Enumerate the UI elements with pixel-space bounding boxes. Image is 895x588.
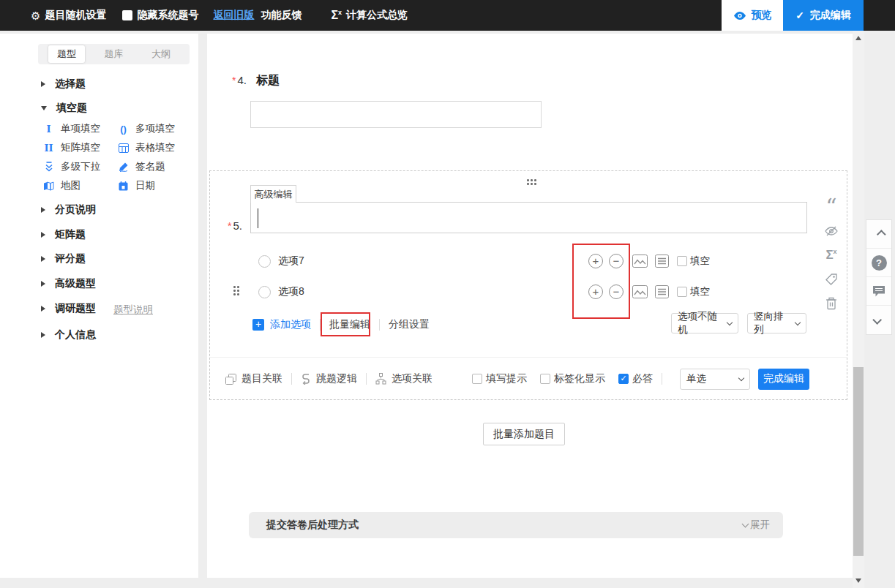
option-image-icon[interactable] (632, 255, 648, 268)
question-link-label: 题目关联 (241, 372, 282, 385)
hide-system-number-checkbox[interactable] (122, 10, 132, 20)
sigma-sup-glyph: x (338, 9, 342, 16)
hide-system-number-toggle[interactable]: 隐藏系统题号 (122, 9, 198, 22)
question-5-title-input[interactable] (250, 202, 807, 233)
question-4-answer-input[interactable] (250, 101, 542, 128)
trash-icon[interactable] (825, 295, 837, 312)
hide-question-icon[interactable] (824, 223, 839, 239)
jump-logic-button[interactable]: 跳题逻辑 (301, 372, 357, 385)
preview-button[interactable]: 预览 (722, 0, 783, 31)
question-link-button[interactable]: 题目关联 (225, 372, 282, 385)
section-choice-label: 选择题 (55, 78, 86, 91)
sidebar-section-advanced[interactable]: 高级题型 (41, 277, 96, 290)
option-link-icon (375, 373, 386, 385)
remove-option-inline-icon[interactable]: − (609, 284, 623, 299)
sidebar-section-choice[interactable]: 选择题 (41, 78, 86, 91)
sidebar-section-matrix[interactable]: 矩阵题 (41, 228, 86, 241)
sidebar-section-survey[interactable]: 调研题型 (41, 302, 96, 315)
sidebar-section-score[interactable]: 评分题 (41, 252, 86, 265)
finish-edit-button-top[interactable]: ✓ 完成编辑 (783, 0, 864, 31)
add-option-inline-icon[interactable]: + (588, 284, 603, 299)
back-to-old-version-link[interactable]: 返回旧版 (213, 9, 254, 22)
section-advanced-label: 高级题型 (55, 277, 96, 290)
fill-hint-toggle[interactable]: 填写提示 (472, 372, 527, 385)
sidebar-item-table-fill[interactable]: 表格填空 (117, 141, 175, 154)
sidebar-item-matrix-fill[interactable]: II 矩阵填空 (42, 141, 100, 154)
expand-button[interactable]: 展开 (743, 519, 770, 532)
chevron-down-icon (727, 319, 733, 325)
option-label[interactable]: 选项7 (278, 255, 304, 268)
section-score-label: 评分题 (55, 252, 86, 265)
question-type-dropdown[interactable]: 单选 (680, 369, 750, 390)
plus-icon[interactable]: + (252, 319, 264, 331)
option-drag-handle-icon[interactable] (233, 286, 241, 297)
option-fill-checkbox[interactable] (677, 287, 687, 297)
formula-icon[interactable]: Σx (825, 247, 836, 263)
panel-scroll-up-button[interactable] (866, 220, 891, 249)
section-fill-label: 填空题 (56, 102, 87, 115)
scroll-down-arrow[interactable] (853, 575, 864, 587)
add-option-button[interactable]: 添加选项 (270, 318, 311, 331)
tag-display-checkbox[interactable] (540, 374, 550, 384)
required-checkbox[interactable] (618, 374, 629, 384)
question-4-header: * 4. 标题 (232, 73, 280, 88)
scrollbar-thumb[interactable] (853, 367, 864, 556)
batch-add-questions-button[interactable]: 批量添加题目 (483, 423, 565, 445)
sidebar-item-multi-fill[interactable]: () 多项填空 (117, 122, 175, 135)
panel-scroll-down-button[interactable] (866, 306, 891, 334)
help-button[interactable]: ? (866, 249, 891, 277)
divider (662, 373, 662, 385)
sidebar-item-cascade-dropdown[interactable]: 多级下拉 (42, 160, 100, 173)
drag-handle-icon[interactable] (527, 179, 538, 186)
option-radio[interactable] (258, 255, 271, 268)
option-radio[interactable] (258, 286, 271, 298)
submit-handling-bar[interactable]: 提交答卷后处理方式 展开 (249, 512, 783, 538)
sidebar-item-map[interactable]: 地图 (42, 179, 80, 192)
section-survey-label: 调研题型 (55, 302, 96, 315)
cascade-dropdown-label: 多级下拉 (61, 160, 100, 173)
advanced-edit-button[interactable]: 高级编辑 (250, 185, 296, 203)
option-text-icon[interactable] (655, 285, 669, 298)
map-icon (42, 181, 55, 191)
vertical-scrollbar[interactable] (853, 31, 864, 588)
option-fill-checkbox[interactable] (677, 256, 687, 266)
feedback-bubble-button[interactable] (866, 277, 891, 306)
required-toggle[interactable]: 必答 (618, 372, 653, 385)
tab-question-types[interactable]: 题型 (48, 45, 85, 63)
sidebar-section-fill[interactable]: 填空题 (41, 102, 87, 115)
sidebar-item-single-fill[interactable]: I 单项填空 (42, 122, 100, 135)
tag-display-toggle[interactable]: 标签化显示 (540, 372, 605, 385)
sidebar-item-signature[interactable]: 签名题 (117, 160, 165, 173)
batch-edit-button[interactable]: 批量编辑 (329, 318, 370, 331)
type-description-link[interactable]: 题型说明 (113, 304, 153, 317)
hide-system-number-label: 隐藏系统题号 (137, 9, 198, 22)
group-setting-button[interactable]: 分组设置 (389, 318, 430, 331)
matrix-fill-label: 矩阵填空 (61, 141, 100, 154)
option-random-dropdown[interactable]: 选项不随机 (671, 313, 738, 333)
sidebar-section-personal[interactable]: 个人信息 (41, 328, 96, 342)
sidebar-item-date[interactable]: 日期 (117, 179, 155, 192)
option-text-icon[interactable] (655, 255, 669, 268)
collapsed-arrow-icon (41, 232, 45, 238)
fill-hint-checkbox[interactable] (472, 374, 482, 384)
option-link-button[interactable]: 选项关联 (375, 372, 432, 385)
double-chevron-down-icon (42, 162, 55, 172)
tab-question-bank[interactable]: 题库 (96, 45, 132, 63)
feature-feedback-button[interactable]: 功能反馈 (261, 9, 302, 22)
copy-icon (225, 374, 236, 385)
quote-note-icon[interactable]: “ (825, 199, 836, 215)
scroll-up-arrow[interactable] (853, 32, 864, 44)
tab-outline[interactable]: 大纲 (143, 45, 179, 63)
tag-icon[interactable] (825, 271, 838, 287)
option-layout-dropdown[interactable]: 竖向排列 (747, 313, 806, 333)
option-label[interactable]: 选项8 (278, 285, 304, 298)
chevron-down-icon (738, 374, 744, 380)
finish-edit-button[interactable]: 完成编辑 (758, 369, 809, 390)
formula-overview-button[interactable]: Σx 计算公式总览 (331, 9, 408, 22)
remove-option-inline-icon[interactable]: − (609, 254, 623, 268)
add-option-inline-icon[interactable]: + (588, 254, 603, 268)
question-random-settings-button[interactable]: ⚙ 题目随机设置 (31, 9, 106, 22)
jump-logic-label: 跳题逻辑 (316, 372, 357, 385)
sidebar-section-page-note[interactable]: 分页说明 (41, 203, 96, 216)
option-image-icon[interactable] (632, 285, 648, 298)
